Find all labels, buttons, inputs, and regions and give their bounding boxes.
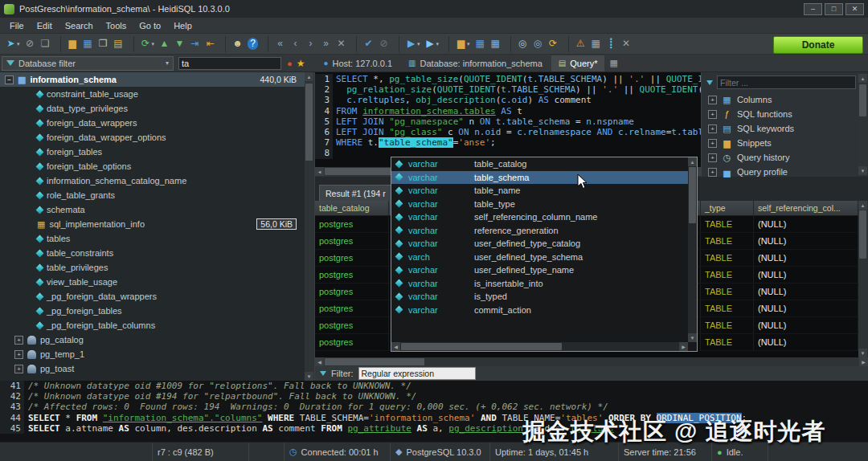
database-filter-dropdown[interactable]: Database filter ▾ <box>2 56 174 71</box>
paste-icon[interactable]: ▤ <box>111 36 126 52</box>
cell-self-referencing[interactable]: (NULL) <box>754 334 858 350</box>
nav-last-icon[interactable]: » <box>318 36 334 52</box>
tree-item[interactable]: − + ▦ ▦ foreign_table_options <box>0 159 305 173</box>
tab-database[interactable]: ▥ Database: information_schema <box>401 55 550 71</box>
scroll-down-icon[interactable]: ▼ <box>688 333 697 342</box>
cell-self-referencing[interactable]: (NULL) <box>754 267 858 283</box>
scroll-thumb[interactable] <box>305 84 313 161</box>
clear-filter-icon[interactable]: ● <box>287 59 293 68</box>
tree-item[interactable]: − + ▦ ▦ foreign_tables <box>0 145 305 159</box>
scroll-thumb[interactable] <box>859 210 866 259</box>
autocomplete-item[interactable]: varchar table_name <box>391 184 688 198</box>
tree-scrollbar[interactable]: ▲ ▼ <box>305 72 314 381</box>
cell-table-catalog[interactable]: postgres <box>315 284 389 300</box>
tree-item[interactable]: − + ▦ ▦ _pg_foreign_data_wrappers <box>0 289 305 304</box>
disconnect-icon[interactable]: ⊘ <box>23 36 38 52</box>
cell-table-catalog[interactable]: postgres <box>315 233 389 249</box>
cell-self-referencing[interactable]: (NULL) <box>754 233 858 249</box>
expand-icon[interactable]: + <box>708 124 717 133</box>
scroll-thumb[interactable] <box>859 84 866 116</box>
move-up-icon[interactable]: ▲ <box>157 36 172 52</box>
scroll-down-icon[interactable]: ▼ <box>305 372 313 381</box>
scroll-left-icon[interactable]: ◀ <box>315 167 324 176</box>
find-icon[interactable]: ◎ <box>510 36 530 52</box>
cell-table-type[interactable]: TABLE <box>701 284 754 300</box>
cell-table-catalog[interactable]: postgres <box>315 334 389 350</box>
scroll-up-icon[interactable]: ▲ <box>858 201 867 210</box>
scroll-up-icon[interactable]: ▲ <box>688 157 697 166</box>
expand-icon[interactable]: + <box>708 153 717 162</box>
menu-item[interactable]: Edit <box>31 19 59 32</box>
sidebar-filter-input[interactable] <box>717 75 856 89</box>
nav-first-icon[interactable]: « <box>268 36 288 52</box>
autocomplete-item[interactable]: varch user_defined_type_schema <box>391 251 688 264</box>
tree-item[interactable]: − + ▦ ▦ view_table_usage <box>0 275 305 289</box>
sidebar-scrollbar[interactable]: ▲ ▼ <box>858 74 868 175</box>
cell-table-catalog[interactable]: postgres <box>315 300 389 316</box>
sidebar-item-sql-functions[interactable]: + ƒ SQL functions <box>702 107 868 121</box>
apply-icon[interactable]: ✔ <box>356 36 376 52</box>
autocomplete-item[interactable]: varchar is_typed <box>391 290 688 304</box>
replace-icon[interactable]: ◎ <box>530 36 546 52</box>
favorites-star-icon[interactable]: ★ <box>297 58 305 69</box>
autocomplete-item[interactable]: varchar self_referencing_column_name <box>391 210 688 224</box>
scroll-thumb[interactable] <box>689 167 696 223</box>
menu-item[interactable]: Go to <box>133 19 167 32</box>
save-icon[interactable]: ▦ <box>80 36 96 52</box>
cell-self-referencing[interactable]: (NULL) <box>754 284 858 300</box>
copy-icon[interactable]: ❐ <box>96 36 111 52</box>
tree-item[interactable]: − + ▦ ▦ foreign_data_wrapper_options <box>0 130 305 145</box>
cell-table-type[interactable]: TABLE <box>701 334 754 350</box>
save-sql-as-icon[interactable]: ▦ <box>488 36 503 52</box>
cell-table-catalog[interactable]: postgres <box>315 250 389 266</box>
scroll-thumb[interactable] <box>401 343 562 350</box>
tree-item[interactable]: − + ▦ ▦ _pg_foreign_tables <box>0 304 305 318</box>
load-sql-icon[interactable]: ▆ ▾ <box>448 36 473 52</box>
tab-host[interactable]: ● Host: 127.0.0.1 <box>316 55 399 71</box>
autocomplete-item[interactable]: varchar commit_action <box>391 304 688 317</box>
cell-self-referencing[interactable]: (NULL) <box>754 300 858 316</box>
collapse-icon[interactable]: − <box>5 75 14 84</box>
refresh-icon[interactable]: ⟳ ▾ <box>133 36 158 52</box>
scroll-left-icon[interactable]: ◀ <box>391 342 400 351</box>
tree-item[interactable]: − + ▦ ▦ role_table_grants <box>0 188 305 202</box>
dots-icon[interactable]: ┋ <box>604 36 619 52</box>
user-manager-icon[interactable]: ☻ <box>225 36 245 52</box>
nav-prev-icon[interactable]: ‹ <box>288 36 303 52</box>
cell-table-catalog[interactable]: postgres <box>315 317 389 333</box>
scroll-down-icon[interactable]: ▼ <box>858 166 867 175</box>
cell-self-referencing[interactable]: (NULL) <box>754 317 858 333</box>
scroll-down-icon[interactable]: ▼ <box>858 349 867 357</box>
tree-item[interactable]: − + ▦ ▦ schemata <box>0 202 305 217</box>
cell-table-type[interactable]: TABLE <box>701 233 754 249</box>
cancel-icon[interactable]: ✕ <box>334 36 349 52</box>
session-manager-icon[interactable]: ➤ ▾ <box>3 36 23 52</box>
scroll-thumb[interactable] <box>325 358 424 365</box>
sidebar-item-columns[interactable]: + ▦ Columns <box>702 92 868 107</box>
sidebar-item-query-profile[interactable]: + ▅ Query profile <box>702 165 868 179</box>
autocomplete-item[interactable]: varchar user_defined_type_name <box>391 263 688 277</box>
save-sql-icon[interactable]: ▦ <box>473 36 488 52</box>
stop-icon[interactable]: ⊘ <box>376 36 391 52</box>
cell-table-catalog[interactable]: postgres <box>315 267 389 283</box>
autocomplete-item[interactable]: varchar table_catalog <box>391 157 688 171</box>
tree-item[interactable]: − + ▦ ▦ sql_implementation_info 56,0 KiB <box>0 217 305 231</box>
donate-button[interactable]: Donate <box>773 36 863 54</box>
column-header-table-type[interactable]: _type <box>701 201 754 215</box>
new-query-tab-icon[interactable]: ▦ <box>609 58 617 68</box>
tree-item[interactable]: − + ▦ ▦ information_schema_catalog_name <box>0 173 305 188</box>
column-header-table-catalog[interactable]: table_catalog <box>315 201 389 215</box>
tree-item[interactable]: − + ▦ ▦ pg_toast <box>0 361 305 376</box>
new-window-icon[interactable]: ❏ <box>38 36 53 52</box>
cell-table-type[interactable]: TABLE <box>701 267 754 283</box>
autocomplete-item[interactable]: varchar is_insertable_into <box>391 277 688 291</box>
expand-icon[interactable]: + <box>14 336 23 345</box>
move-down-icon[interactable]: ▼ <box>172 36 187 52</box>
tree-item[interactable]: − + ▦ ▦ tables <box>0 231 305 246</box>
run-icon[interactable]: ▶ ▾ <box>399 36 423 52</box>
grid-filter-input[interactable] <box>358 367 476 380</box>
expand-icon[interactable]: + <box>708 110 717 119</box>
export-rows-icon[interactable]: ⇥ <box>187 36 203 52</box>
autocomplete-item[interactable]: varchar user_defined_type_catalog <box>391 237 688 251</box>
close-button[interactable]: ✕ <box>845 3 864 15</box>
